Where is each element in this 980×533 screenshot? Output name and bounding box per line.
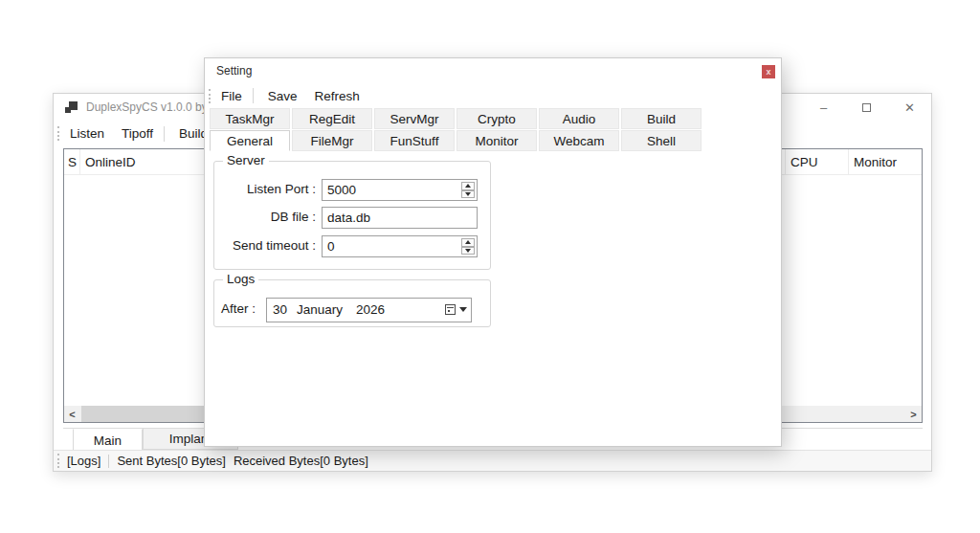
statusbar-grip (57, 454, 59, 468)
dialog-close-button[interactable]: x (762, 65, 775, 78)
app-icon (65, 101, 78, 114)
column-header-cpu[interactable]: CPU (786, 149, 849, 174)
date-year[interactable]: 2026 (356, 302, 385, 317)
maximize-icon (862, 103, 871, 112)
tab-general[interactable]: General (210, 130, 290, 151)
tab-taskmgr[interactable]: TaskMgr (210, 108, 290, 129)
spin-up-icon (465, 240, 471, 244)
tab-webcam[interactable]: Webcam (539, 130, 619, 151)
menu-refresh[interactable]: Refresh (308, 89, 367, 103)
listen-button[interactable]: Listen (63, 126, 111, 141)
tab-shell[interactable]: Shell (621, 130, 702, 151)
db-file-label: DB file : (214, 210, 316, 224)
column-header-s[interactable]: S (64, 149, 80, 174)
date-month[interactable]: January (297, 302, 343, 317)
server-group-label: Server (223, 153, 269, 167)
menu-separator (253, 88, 254, 103)
minimize-button[interactable]: – (802, 94, 845, 121)
spin-up-icon (465, 184, 471, 188)
db-file-value: data.db (327, 211, 370, 225)
date-day[interactable]: 30 (273, 302, 287, 317)
minimize-icon: – (820, 100, 827, 115)
listen-port-spinner (460, 181, 476, 199)
send-timeout-spinner (460, 237, 476, 255)
send-timeout-value: 0 (327, 239, 335, 254)
server-groupbox: Server Listen Port : 5000 DB file : data… (213, 161, 491, 270)
db-file-input[interactable]: data.db (322, 207, 478, 229)
toolbar-separator (164, 126, 165, 142)
dialog-title: Setting (216, 64, 252, 78)
spin-up-button[interactable] (461, 238, 475, 247)
status-separator (108, 455, 109, 468)
date-picker-dropdown-button[interactable] (445, 304, 467, 315)
calendar-icon (445, 304, 456, 315)
logs-group-label: Logs (223, 272, 258, 286)
tab-filemgr[interactable]: FileMgr (292, 130, 372, 151)
status-logs[interactable]: [Logs] (67, 454, 100, 468)
scroll-right-icon[interactable]: > (905, 406, 922, 422)
scroll-left-icon[interactable]: < (64, 406, 80, 422)
menubar-grip[interactable] (209, 89, 211, 103)
tab-servmgr[interactable]: ServMgr (374, 108, 455, 129)
toolbar-grip[interactable] (57, 126, 59, 141)
listen-port-input[interactable]: 5000 (322, 179, 478, 201)
spin-up-button[interactable] (461, 182, 475, 190)
send-timeout-input[interactable]: 0 (322, 235, 478, 257)
close-button[interactable]: ✕ (888, 94, 931, 121)
spin-down-button[interactable] (461, 247, 475, 255)
status-sent-bytes: Sent Bytes[0 Bytes] (117, 454, 225, 468)
menu-save[interactable]: Save (261, 89, 304, 103)
dropdown-arrow-icon (459, 307, 467, 312)
listen-port-value: 5000 (327, 183, 356, 197)
tipoff-button[interactable]: Tipoff (115, 126, 160, 141)
maximize-button[interactable] (845, 94, 888, 121)
after-label: After : (221, 301, 256, 316)
logs-groupbox: Logs After : 30 January 2026 (213, 279, 491, 327)
tab-regedit[interactable]: RegEdit (292, 108, 372, 129)
send-timeout-label: Send timeout : (214, 238, 316, 253)
menu-file[interactable]: File (214, 89, 249, 103)
tab-monitor[interactable]: Monitor (457, 130, 537, 151)
dialog-titlebar[interactable]: Setting x (205, 58, 781, 83)
dialog-menubar: File Save Refresh (205, 83, 781, 108)
spin-down-icon (465, 249, 471, 253)
tab-funstuff[interactable]: FunStuff (374, 130, 455, 151)
spin-down-icon (465, 192, 471, 196)
column-header-monitor[interactable]: Monitor (849, 149, 922, 174)
close-icon: ✕ (904, 100, 915, 115)
tab-audio[interactable]: Audio (539, 108, 619, 129)
dialog-tabstrip: TaskMgr RegEdit ServMgr Crypto Audio Bui… (210, 108, 703, 152)
after-date-picker[interactable]: 30 January 2026 (266, 298, 472, 322)
listen-port-label: Listen Port : (214, 182, 316, 196)
tab-crypto[interactable]: Crypto (457, 108, 537, 129)
spin-down-button[interactable] (461, 190, 475, 199)
status-bar: [Logs] Sent Bytes[0 Bytes] Received Byte… (54, 450, 931, 471)
setting-dialog: Setting x File Save Refresh TaskMgr RegE… (204, 57, 782, 447)
dialog-close-icon: x (766, 67, 770, 77)
status-received-bytes: Received Bytes[0 Bytes] (234, 454, 368, 468)
tab-build[interactable]: Build (621, 108, 702, 129)
